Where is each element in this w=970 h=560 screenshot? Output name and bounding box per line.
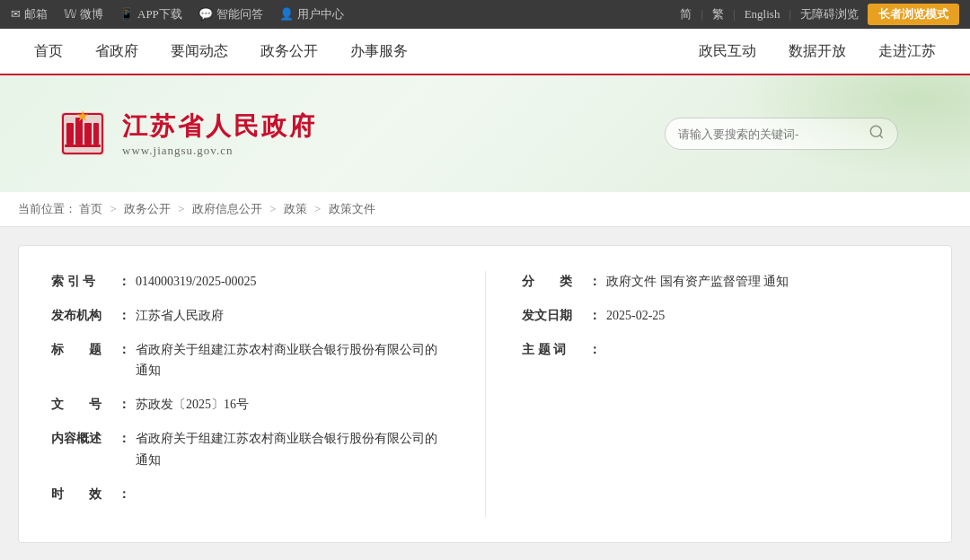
nav-gov-affairs[interactable]: 政务公开 xyxy=(244,28,334,74)
email-label: 邮箱 xyxy=(24,6,48,22)
breadcrumb: 当前位置： 首页 > 政务公开 > 政府信息公开 > 政策 > 政策文件 xyxy=(0,192,970,227)
meta-left-column: 索 引 号 ： 014000319/2025-00025 发布机构 ： 江苏省人… xyxy=(51,271,485,517)
app-download-link[interactable]: 📱 APP下载 xyxy=(119,6,182,22)
meta-summary-row: 内容概述 ： 省政府关于组建江苏农村商业联合银行股份有限公司的通知 xyxy=(51,428,449,471)
meta-date-label: 发文日期 xyxy=(522,305,586,327)
meta-publisher-value: 江苏省人民政府 xyxy=(136,305,449,327)
government-emblem xyxy=(54,105,111,162)
lang-english-btn[interactable]: English xyxy=(745,7,780,22)
nav-jiangsu[interactable]: 走进江苏 xyxy=(862,28,952,74)
meta-date-row: 发文日期 ： 2025-02-25 xyxy=(522,305,919,327)
meta-right-column: 分 类 ： 政府文件 国有资产监督管理 通知 发文日期 ： 2025-02-25… xyxy=(485,271,919,517)
meta-publisher-label: 发布机构 xyxy=(51,305,116,327)
meta-category-row: 分 类 ： 政府文件 国有资产监督管理 通知 xyxy=(522,271,919,293)
app-icon: 📱 xyxy=(119,7,134,22)
top-bar-left: ✉ 邮箱 𝕎 微博 📱 APP下载 💬 智能问答 👤 用户中心 xyxy=(11,6,680,22)
meta-summary-value: 省政府关于组建江苏农村商业联合银行股份有限公司的通知 xyxy=(136,428,449,471)
svg-rect-5 xyxy=(93,123,99,144)
meta-title-label: 标 题 xyxy=(51,339,116,361)
svg-line-9 xyxy=(879,135,882,137)
meta-index-label: 索 引 号 xyxy=(51,271,116,293)
meta-validity-row: 时 效 ： xyxy=(51,484,449,505)
breadcrumb-gov-affairs[interactable]: 政务公开 xyxy=(124,202,171,215)
meta-publisher-row: 发布机构 ： 江苏省人民政府 xyxy=(51,305,449,327)
elder-mode-button[interactable]: 长者浏览模式 xyxy=(868,4,959,25)
breadcrumb-policy-file[interactable]: 政策文件 xyxy=(329,202,375,215)
svg-rect-2 xyxy=(66,123,74,144)
breadcrumb-prefix: 当前位置： xyxy=(18,202,76,215)
email-link[interactable]: ✉ 邮箱 xyxy=(11,6,48,22)
meta-keywords-label: 主 题 词 xyxy=(522,339,586,361)
meta-category-value: 政府文件 国有资产监督管理 通知 xyxy=(606,271,919,293)
main-navigation: 首页 省政府 要闻动态 政务公开 办事服务 政民互动 数据开放 走进江苏 xyxy=(0,29,970,75)
meta-index-row: 索 引 号 ： 014000319/2025-00025 xyxy=(51,271,449,293)
site-url: www.jiangsu.gov.cn xyxy=(122,144,234,158)
nav-data-open[interactable]: 数据开放 xyxy=(772,28,862,74)
user-icon: 👤 xyxy=(279,7,294,22)
breadcrumb-home[interactable]: 首页 xyxy=(79,202,102,215)
svg-point-8 xyxy=(870,126,881,136)
meta-date-value: 2025-02-25 xyxy=(606,305,919,327)
meta-summary-label: 内容概述 xyxy=(51,428,116,450)
email-icon: ✉ xyxy=(11,7,21,22)
header-banner: 江苏省人民政府 www.jiangsu.gov.cn xyxy=(0,75,970,192)
meta-title-row: 标 题 ： 省政府关于组建江苏农村商业联合银行股份有限公司的通知 xyxy=(51,339,449,382)
user-center-label: 用户中心 xyxy=(297,6,344,22)
nav-citizen-interaction[interactable]: 政民互动 xyxy=(683,28,772,74)
page-content: 索 引 号 ： 014000319/2025-00025 发布机构 ： 江苏省人… xyxy=(0,227,970,560)
svg-rect-4 xyxy=(84,123,92,144)
app-label: APP下载 xyxy=(137,6,182,22)
weibo-icon: 𝕎 xyxy=(64,7,76,22)
nav-news[interactable]: 要闻动态 xyxy=(154,28,244,74)
breadcrumb-gov-info[interactable]: 政府信息公开 xyxy=(192,202,262,215)
meta-docnum-row: 文 号 ： 苏政发〔2025〕16号 xyxy=(51,394,449,416)
svg-rect-3 xyxy=(75,118,83,144)
meta-docnum-value: 苏政发〔2025〕16号 xyxy=(136,394,449,416)
nav-home[interactable]: 首页 xyxy=(18,28,79,74)
smart-qa-link[interactable]: 💬 智能问答 xyxy=(198,6,263,22)
nav-services[interactable]: 办事服务 xyxy=(334,28,424,74)
top-bar-right: 简 | 繁 | English | 无障碍浏览 长者浏览模式 xyxy=(680,4,959,25)
nav-province-gov[interactable]: 省政府 xyxy=(79,28,154,74)
meta-validity-label: 时 效 xyxy=(51,484,116,505)
user-center-link[interactable]: 👤 用户中心 xyxy=(279,6,344,22)
lang-simple-btn[interactable]: 简 xyxy=(680,6,692,22)
search-icon[interactable] xyxy=(869,124,885,144)
accessibility-btn[interactable]: 无障碍浏览 xyxy=(800,6,859,22)
site-title: 江苏省人民政府 xyxy=(122,109,317,144)
meta-keywords-row: 主 题 词 ： xyxy=(522,339,919,361)
svg-rect-6 xyxy=(65,144,101,147)
search-bar[interactable] xyxy=(665,118,898,150)
search-input[interactable] xyxy=(678,127,869,141)
top-utility-bar: ✉ 邮箱 𝕎 微博 📱 APP下载 💬 智能问答 👤 用户中心 简 | 繁 | … xyxy=(0,0,970,29)
meta-title-value: 省政府关于组建江苏农村商业联合银行股份有限公司的通知 xyxy=(136,339,449,382)
smart-qa-label: 智能问答 xyxy=(216,6,263,22)
document-meta-card: 索 引 号 ： 014000319/2025-00025 发布机构 ： 江苏省人… xyxy=(18,245,952,543)
breadcrumb-policy[interactable]: 政策 xyxy=(284,202,307,215)
banner-logo-section: 江苏省人民政府 www.jiangsu.gov.cn xyxy=(54,105,317,162)
meta-docnum-label: 文 号 xyxy=(51,394,116,416)
chat-icon: 💬 xyxy=(198,7,213,22)
weibo-label: 微博 xyxy=(80,6,103,22)
meta-category-label: 分 类 xyxy=(522,271,586,293)
meta-index-value: 014000319/2025-00025 xyxy=(136,271,449,293)
weibo-link[interactable]: 𝕎 微博 xyxy=(64,6,103,22)
lang-traditional-btn[interactable]: 繁 xyxy=(712,6,724,22)
